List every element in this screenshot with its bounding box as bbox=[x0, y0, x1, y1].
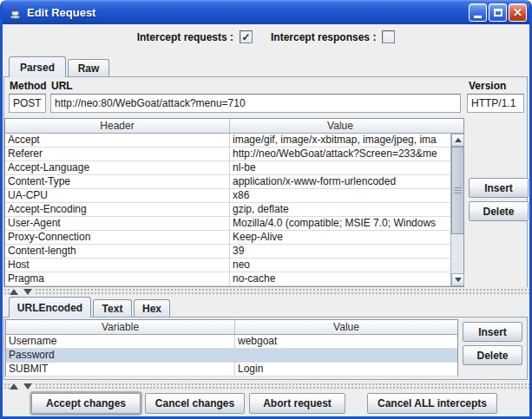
header-row-ua-cpu[interactable]: UA-CPUx86 bbox=[5, 189, 463, 203]
collapse-up-icon[interactable] bbox=[10, 383, 18, 390]
intercept-responses-label: Intercept responses : bbox=[271, 31, 376, 43]
header-row-accept[interactable]: Acceptimage/gif, image/x-xbitmap, image/… bbox=[5, 134, 463, 147]
check-icon: ✓ bbox=[241, 32, 250, 43]
tab-text-label: Text bbox=[102, 303, 123, 315]
scrollbar-thumb[interactable] bbox=[451, 147, 464, 234]
intercept-options: Intercept requests : ✓ Intercept respons… bbox=[3, 30, 529, 43]
headers-delete-button[interactable]: Delete bbox=[469, 201, 529, 221]
params-table: Variable Value Usernamewebgoat Password … bbox=[5, 319, 458, 376]
value-column-title[interactable]: Value bbox=[235, 320, 457, 334]
minimize-icon bbox=[474, 16, 482, 18]
tab-raw-label: Raw bbox=[78, 62, 100, 75]
window-title: Edit Request bbox=[27, 6, 95, 19]
java-cup-icon bbox=[8, 5, 23, 20]
method-field[interactable]: POST bbox=[9, 94, 46, 113]
header-row-accept-language[interactable]: Accept-Languagenl-be bbox=[5, 161, 463, 175]
param-row-submit[interactable]: SUBMITLogin bbox=[6, 363, 457, 376]
intercept-responses-checkbox[interactable] bbox=[382, 30, 395, 43]
split-divider-bottom[interactable] bbox=[3, 382, 529, 390]
abort-request-button[interactable]: Abort request bbox=[249, 393, 345, 414]
headers-scrollbar[interactable] bbox=[450, 134, 463, 286]
minimize-button[interactable] bbox=[469, 3, 487, 22]
tab-urlencoded-label: URLEncoded bbox=[17, 302, 82, 314]
param-row-username[interactable]: Usernamewebgoat bbox=[6, 335, 457, 349]
header-column-title[interactable]: Header bbox=[5, 119, 230, 133]
maximize-button[interactable] bbox=[489, 3, 507, 22]
header-row-pragma[interactable]: Pragmano-cache bbox=[5, 272, 463, 286]
tab-hex[interactable]: Hex bbox=[134, 299, 170, 318]
header-row-accept-encoding[interactable]: Accept-Encodinggzip, deflate bbox=[5, 203, 463, 217]
tab-hex-label: Hex bbox=[142, 303, 161, 315]
param-row-password[interactable]: Password bbox=[6, 349, 457, 363]
tab-parsed-label: Parsed bbox=[20, 62, 55, 74]
window-controls: ✕ bbox=[469, 3, 527, 22]
intercept-requests-label: Intercept requests : bbox=[137, 31, 233, 43]
variable-column-title[interactable]: Variable bbox=[6, 320, 235, 334]
split-divider-top[interactable] bbox=[3, 287, 529, 296]
one-touch-buttons bbox=[10, 287, 36, 297]
params-insert-button[interactable]: Insert bbox=[463, 322, 522, 342]
intercept-requests-checkbox[interactable]: ✓ bbox=[240, 30, 253, 43]
accept-changes-button[interactable]: Accept changes bbox=[31, 393, 141, 414]
value-column-title[interactable]: Value bbox=[230, 119, 450, 133]
one-touch-buttons bbox=[10, 382, 36, 391]
tab-raw[interactable]: Raw bbox=[68, 59, 109, 77]
method-label: Method bbox=[10, 80, 47, 92]
headers-table: Header Value Acceptimage/gif, image/x-xb… bbox=[4, 118, 464, 287]
header-row-content-type[interactable]: Content-Typeapplication/x-www-form-urlen… bbox=[5, 175, 463, 189]
close-button[interactable]: ✕ bbox=[509, 3, 527, 22]
header-row-host[interactable]: Hostneo bbox=[5, 259, 463, 272]
params-delete-button[interactable]: Delete bbox=[463, 345, 522, 365]
version-label: Version bbox=[469, 80, 506, 92]
arrow-up-icon bbox=[455, 138, 462, 142]
cancel-all-intercepts-button[interactable]: Cancel ALL intercepts bbox=[367, 393, 497, 414]
header-row-referer[interactable]: Refererhttp://neo/WebGoat/attack?Screen=… bbox=[5, 147, 463, 161]
close-icon: ✕ bbox=[513, 7, 522, 18]
titlebar[interactable]: Edit Request ✕ bbox=[0, 0, 532, 24]
header-row-user-agent[interactable]: User-AgentMozilla/4.0 (compatible; MSIE … bbox=[5, 217, 463, 231]
tab-urlencoded[interactable]: URLEncoded bbox=[9, 297, 91, 318]
collapse-up-icon[interactable] bbox=[10, 289, 18, 295]
cancel-changes-button[interactable]: Cancel changes bbox=[145, 393, 245, 414]
url-field[interactable]: http://neo:80/WebGoat/attack?menu=710 bbox=[50, 94, 461, 113]
header-row-content-length[interactable]: Content-length39 bbox=[5, 245, 463, 259]
collapse-down-icon[interactable] bbox=[23, 289, 32, 295]
arrow-down-icon bbox=[455, 278, 462, 282]
version-field[interactable]: HTTP/1.1 bbox=[467, 94, 524, 113]
headers-table-header[interactable]: Header Value bbox=[5, 119, 463, 134]
maximize-icon bbox=[494, 9, 502, 16]
thumb-grip-icon bbox=[454, 187, 462, 193]
headers-insert-button[interactable]: Insert bbox=[469, 178, 529, 198]
collapse-down-icon[interactable] bbox=[23, 383, 32, 390]
params-table-header[interactable]: Variable Value bbox=[6, 320, 457, 335]
tab-text[interactable]: Text bbox=[93, 299, 132, 318]
url-label: URL bbox=[51, 80, 73, 92]
header-row-proxy-connection[interactable]: Proxy-ConnectionKeep-Alive bbox=[5, 231, 463, 245]
dialog-content: Intercept requests : ✓ Intercept respons… bbox=[3, 24, 529, 416]
scroll-down-button[interactable] bbox=[451, 273, 464, 286]
tab-parsed[interactable]: Parsed bbox=[9, 56, 66, 77]
scroll-up-button[interactable] bbox=[451, 134, 464, 147]
edit-request-window: Edit Request ✕ Intercept requests : ✓ In… bbox=[0, 0, 532, 419]
